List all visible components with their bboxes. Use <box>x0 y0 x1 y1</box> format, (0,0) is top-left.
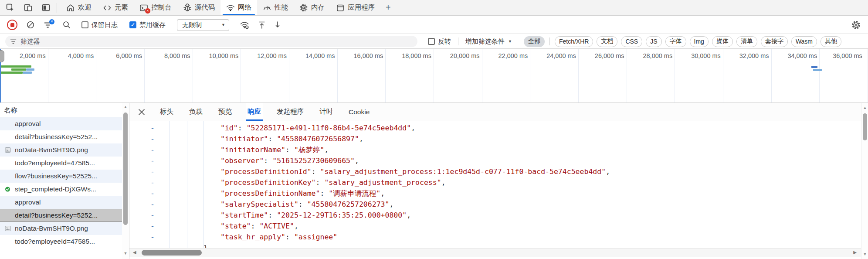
devtools-window: 欢迎元素✕控制台源代码网络性能内存应用程序 + ✕ 保留日志 ✓ 禁用缓存 无限… <box>0 0 868 259</box>
device-toolbar-icon[interactable] <box>23 3 33 13</box>
timeline-column: 28,000 ms <box>627 49 675 102</box>
response-body-viewer: -"id": "52285171-e491-11f0-86b4-5e74c5ee… <box>129 121 861 248</box>
timeline-column: 18,000 ms <box>386 49 434 102</box>
tab-application[interactable]: 应用程序 <box>330 0 380 15</box>
filter-chip-fetch-xhr[interactable]: Fetch/XHR <box>555 36 593 47</box>
network-conditions-icon[interactable] <box>240 20 249 29</box>
fold-marker[interactable]: - <box>149 133 156 144</box>
filter-chip-manifest[interactable]: 清单 <box>736 36 757 47</box>
welcome-icon <box>66 3 75 12</box>
response-json-line: -"startTime": "2025-12-29T16:35:25.000+0… <box>129 210 861 221</box>
detail-tab-headers[interactable]: 标头 <box>158 103 175 121</box>
add-tab-button[interactable]: + <box>380 3 396 13</box>
scrollbar-thumb[interactable] <box>142 250 202 256</box>
tab-performance[interactable]: 性能 <box>257 0 294 15</box>
export-har-icon[interactable] <box>274 21 281 29</box>
scroll-down-arrow-icon[interactable]: ▼ <box>861 252 868 256</box>
filter-chip-socket[interactable]: 套接字 <box>761 36 788 47</box>
fold-marker[interactable]: - <box>149 199 156 210</box>
filter-chip-other[interactable]: 其他 <box>821 36 841 47</box>
request-name: approval <box>15 198 41 206</box>
detail-tab-preview[interactable]: 预览 <box>217 103 234 121</box>
inspect-element-icon[interactable] <box>5 3 15 13</box>
filter-chip-font[interactable]: 字体 <box>665 36 686 47</box>
timeline-column: 36,000 ms <box>820 49 868 102</box>
filter-chip-doc[interactable]: 文档 <box>597 36 617 47</box>
fold-marker[interactable]: - <box>149 166 156 177</box>
scrollbar-thumb[interactable] <box>123 112 128 225</box>
waterfall-bar <box>26 68 34 71</box>
clear-network-log-icon[interactable] <box>26 20 35 29</box>
timeline-overview[interactable]: 2,000 ms4,000 ms6,000 ms8,000 ms10,000 m… <box>0 49 868 102</box>
more-filters-dropdown[interactable]: 增加筛选条件 ▼ <box>465 37 512 46</box>
request-row[interactable]: todo?employeeId=47585... <box>0 157 122 170</box>
timeline-tick-label: 8,000 ms <box>164 52 190 59</box>
disable-cache-checkbox[interactable]: ✓ <box>129 21 136 28</box>
import-har-icon[interactable] <box>258 21 266 29</box>
fold-marker[interactable]: - <box>149 177 156 188</box>
timeline-tick-label: 18,000 ms <box>402 52 431 59</box>
scroll-up-arrow-icon[interactable]: ▲ <box>122 105 129 109</box>
invert-checkbox[interactable] <box>428 38 435 45</box>
scroll-up-arrow-icon[interactable]: ▲ <box>861 106 868 110</box>
fold-marker[interactable]: - <box>149 188 156 199</box>
detail-tab-response[interactable]: 响应 <box>246 103 263 121</box>
scroll-right-arrow-icon[interactable]: ▶ <box>853 250 857 255</box>
preserve-log-checkbox[interactable] <box>81 21 88 28</box>
overview-drag-handle[interactable] <box>0 50 4 62</box>
name-column-header[interactable]: 名称 <box>0 103 122 117</box>
tab-console[interactable]: ✕控制台 <box>134 0 177 15</box>
request-row[interactable]: detail?businessKey=5252... <box>0 130 122 143</box>
request-row[interactable]: todo?employeeId=47585... <box>0 235 122 248</box>
request-row[interactable]: approval <box>0 117 122 130</box>
json-text: "initiator": "45580476072656897", <box>220 133 363 144</box>
request-row[interactable]: noData-BvmSHT9O.png <box>0 143 122 157</box>
scrollbar-thumb[interactable] <box>863 113 867 140</box>
filter-chip-wasm[interactable]: Wasm <box>791 36 817 47</box>
scroll-down-arrow-icon[interactable]: ▼ <box>122 251 129 256</box>
fold-marker[interactable]: - <box>149 123 156 133</box>
fold-marker[interactable]: - <box>149 144 156 155</box>
filter-chip-js[interactable]: JS <box>646 36 661 47</box>
image-icon <box>5 147 11 153</box>
timeline-tick-label: 36,000 ms <box>833 52 862 59</box>
settings-gear-icon[interactable] <box>851 20 861 30</box>
request-row[interactable]: detail?businessKey=5252... <box>0 209 122 222</box>
dock-side-icon[interactable] <box>41 3 51 13</box>
detail-tab-cookie[interactable]: Cookie <box>347 103 371 121</box>
request-row[interactable]: noData-BvmSHT9O.png <box>0 222 122 235</box>
record-network-log-button[interactable] <box>7 20 17 30</box>
tab-welcome[interactable]: 欢迎 <box>61 0 97 15</box>
performance-icon <box>263 3 271 12</box>
request-name: detail?businessKey=5252... <box>15 211 98 219</box>
filter-chip-media[interactable]: 媒体 <box>712 36 733 47</box>
detail-tab-timing[interactable]: 计时 <box>318 103 335 121</box>
request-row[interactable]: approval <box>0 196 122 209</box>
console-icon: ✕ <box>139 3 148 12</box>
tab-memory[interactable]: 内存 <box>294 0 330 15</box>
timeline-column: 12,000 ms <box>241 49 289 102</box>
scroll-left-arrow-icon[interactable]: ◀ <box>133 250 136 255</box>
fold-marker[interactable]: - <box>149 232 156 242</box>
fold-marker[interactable]: - <box>149 210 156 221</box>
request-row[interactable]: step_completed-DjXGWs... <box>0 183 122 196</box>
filter-chip-all[interactable]: 全部 <box>524 36 545 47</box>
search-icon[interactable] <box>62 20 71 29</box>
close-icon[interactable] <box>137 108 146 116</box>
detail-tab-initiator[interactable]: 发起程序 <box>275 103 305 121</box>
fold-marker[interactable]: - <box>149 221 156 232</box>
tab-elements[interactable]: 元素 <box>97 0 134 15</box>
tab-network[interactable]: 网络 <box>220 0 257 15</box>
timeline-column: 4,000 ms <box>48 49 97 102</box>
response-json-line: -"processDefinitionKey": "salary_adjustm… <box>129 177 861 188</box>
fold-marker[interactable]: - <box>149 155 156 166</box>
filter-input[interactable]: 筛选器 <box>5 36 417 47</box>
filter-toggle-icon[interactable]: ✕ <box>44 22 51 28</box>
elements-icon <box>103 3 112 12</box>
detail-tab-payload[interactable]: 负载 <box>187 103 204 121</box>
throttling-dropdown[interactable]: 无限制 ▼ <box>177 19 229 31</box>
request-row[interactable]: flow?businessKey=52525... <box>0 170 122 183</box>
tab-sources[interactable]: 源代码 <box>177 0 221 15</box>
filter-chip-css[interactable]: CSS <box>621 36 642 47</box>
filter-chip-img[interactable]: Img <box>690 36 709 47</box>
